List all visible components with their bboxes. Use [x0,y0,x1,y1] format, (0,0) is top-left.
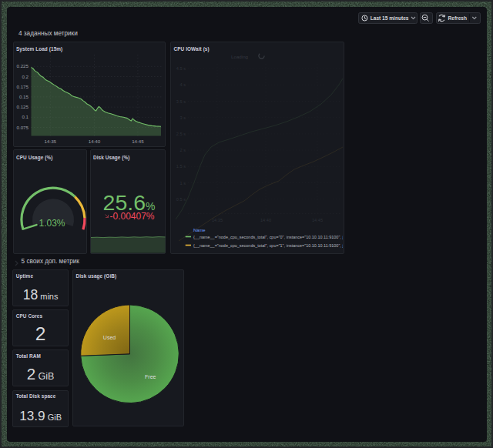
svg-text:0.225: 0.225 [16,63,29,69]
svg-text:4.5 s: 4.5 s [176,66,186,71]
svg-text:1.03%: 1.03% [39,218,65,229]
svg-text:0.125: 0.125 [16,104,29,109]
svg-text:14:35: 14:35 [44,139,56,144]
svg-text:0.15: 0.15 [18,94,29,99]
svg-text:0.5 s: 0.5 s [176,196,186,201]
svg-text:14:45: 14:45 [132,139,144,144]
svg-text:3 s: 3 s [180,115,186,119]
svg-text:0.2: 0.2 [22,73,29,79]
svg-text:Used: Used [103,335,116,340]
svg-text:14:40: 14:40 [88,139,100,144]
svg-text:1.5 s: 1.5 s [176,164,186,169]
svg-text:{__name__="node_cpu_seconds_to: {__name__="node_cpu_seconds_total", cpu=… [193,235,343,239]
svg-text:0.1: 0.1 [22,114,29,119]
svg-text:2.5 s: 2.5 s [176,131,186,135]
svg-text:13.9 GiB: 13.9 GiB [19,408,62,423]
svg-text:14:40: 14:40 [260,218,271,222]
svg-text:2 GiB: 2 GiB [27,365,55,383]
svg-text:3.5 s: 3.5 s [176,99,186,103]
svg-text:0.175: 0.175 [16,83,29,89]
svg-text:1 s: 1 s [180,180,186,185]
svg-text:0.075: 0.075 [16,124,29,129]
svg-text:-0.00407%: -0.00407% [109,211,154,222]
svg-text:{__name__="node_cpu_seconds_to: {__name__="node_cpu_seconds_total", cpu=… [193,243,343,248]
svg-text:14:45: 14:45 [312,218,323,222]
svg-text:Free: Free [145,374,156,379]
svg-text:Loading: Loading [231,53,249,59]
svg-text:2: 2 [35,323,46,344]
svg-text:14:35: 14:35 [212,218,223,222]
svg-text:2 s: 2 s [180,148,186,152]
svg-text:18 mins: 18 mins [23,287,59,303]
svg-text:Name: Name [193,228,205,232]
svg-text:4 s: 4 s [180,82,186,87]
